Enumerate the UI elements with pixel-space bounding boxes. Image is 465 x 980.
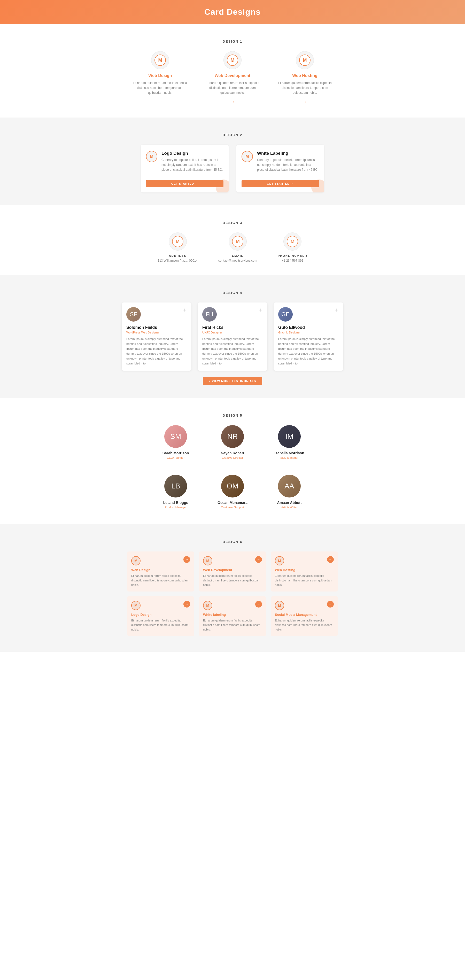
- design2-card: M White Labeling Contrary to popular bel…: [236, 145, 324, 193]
- design3-card: M ADDRESS 113 Williamson Plaza, 09014: [158, 232, 197, 262]
- design1-cards: M Web Design Et harum quidem rerum facil…: [78, 51, 387, 105]
- design6-card: M → Social Media Management Et harum qui…: [271, 596, 338, 636]
- d4-card-body: Guto Ellwood Graphic Designer Lorem Ipsu…: [274, 321, 343, 371]
- d6-icon-symbol: M: [134, 559, 137, 563]
- d6-arrow-button[interactable]: →: [183, 601, 190, 608]
- d6-icon: M: [203, 556, 212, 565]
- d6-card-description: Et harum quidem rerum facilis expedita d…: [131, 618, 190, 632]
- design3-cards: M ADDRESS 113 Williamson Plaza, 09014 M …: [78, 232, 387, 262]
- get-started-button[interactable]: GET STARTED →: [242, 180, 319, 187]
- d6-card-top: M →: [275, 601, 334, 610]
- design4-label: DESIGN 4: [0, 291, 465, 295]
- d2-card-top: M Logo Design Contrary to popular belief…: [146, 151, 223, 173]
- d6-icon: M: [131, 601, 140, 610]
- d6-icon: M: [131, 556, 140, 565]
- d4-card-name: Solomon Fields: [126, 325, 187, 330]
- d6-icon-symbol: M: [278, 603, 281, 608]
- design5-section: DESIGN 5 SM Sarah Morrison CEO/Founder N…: [0, 398, 465, 524]
- d4-badge-icon: ✦: [258, 307, 263, 313]
- design2-cards: M Logo Design Contrary to popular belief…: [78, 145, 387, 193]
- design5-card: OM Ocean Mcnamara Customer Support: [212, 475, 253, 509]
- page-title: Card Designs: [5, 7, 460, 17]
- d3-card-label: ADDRESS: [158, 254, 197, 257]
- d6-arrow-icon: →: [185, 558, 188, 561]
- d4-card-role: UI/UX Designer: [202, 331, 263, 334]
- d2-card-description: Contrary to popular belief, Lorem Ipsum …: [257, 158, 319, 173]
- d6-arrow-icon: →: [329, 558, 332, 561]
- d6-card-title: Web Design: [131, 568, 190, 572]
- design2-section: DESIGN 2 M Logo Design Contrary to popul…: [0, 118, 465, 205]
- d1-icon: M: [151, 51, 169, 69]
- d6-icon-symbol: M: [206, 559, 209, 563]
- d5-avatar: IM: [278, 425, 301, 448]
- d1-icon: M: [296, 51, 314, 69]
- d3-card-value: contact@mobitservices.com: [218, 259, 257, 262]
- d5-member-name: Leland Bloggs: [155, 501, 196, 505]
- d1-card-title: Web Hosting: [276, 73, 333, 78]
- design3-card: M PHONE NUMBER +1 234 567 891: [278, 232, 307, 262]
- design6-card: M → Web Hosting Et harum quidem rerum fa…: [271, 552, 338, 592]
- design4-cards: SF ✦ Solomon Fields WordPress-Web Design…: [78, 302, 387, 371]
- d6-arrow-icon: →: [185, 602, 188, 606]
- d6-arrow-button[interactable]: →: [255, 556, 262, 563]
- d6-card-title: White labeling: [203, 613, 262, 617]
- d6-arrow-button[interactable]: →: [327, 601, 334, 608]
- design5-card: IM Isabella Morrison SEO Manager: [269, 425, 310, 459]
- design6-card: M → Logo Design Et harum quidem rerum fa…: [127, 596, 194, 636]
- d2-icon: M: [242, 151, 253, 162]
- d1-arrow-icon[interactable]: →: [204, 99, 261, 105]
- design6-cards: M → Web Design Et harum quidem rerum fac…: [116, 552, 349, 636]
- d1-card-description: Et harum quidem rerum facilis expedita d…: [132, 81, 189, 95]
- design4-card: GE ✦ Guto Ellwood Graphic Designer Lorem…: [274, 302, 343, 371]
- design5-cards: SM Sarah Morrison CEO/Founder NR Nayan R…: [129, 425, 336, 509]
- design5-card: SM Sarah Morrison CEO/Founder: [155, 425, 196, 459]
- d3-icon-symbol: M: [291, 239, 295, 244]
- d4-avatar: SF: [126, 307, 141, 321]
- design1-label: DESIGN 1: [0, 40, 465, 43]
- d6-icon-symbol: M: [278, 559, 281, 563]
- view-more-button[interactable]: » VIEW MORE TESTIMONIALS: [203, 377, 262, 385]
- d2-icon: M: [146, 151, 157, 162]
- d4-card-top: GE ✦: [274, 302, 343, 321]
- d6-card-title: Logo Design: [131, 613, 190, 617]
- d6-icon-symbol: M: [134, 603, 137, 608]
- d1-card-description: Et harum quidem rerum facilis expedita d…: [204, 81, 261, 95]
- d1-card-title: Web Development: [204, 73, 261, 78]
- page-header: Card Designs: [0, 0, 465, 24]
- design3-section: DESIGN 3 M ADDRESS 113 Williamson Plaza,…: [0, 205, 465, 275]
- d4-card-role: WordPress-Web Designer: [126, 331, 187, 334]
- d6-arrow-button[interactable]: →: [183, 556, 190, 563]
- d1-arrow-icon[interactable]: →: [276, 99, 333, 105]
- d6-card-description: Et harum quidem rerum facilis expedita d…: [203, 618, 262, 632]
- d3-card-value: +1 234 567 891: [278, 259, 307, 262]
- d1-icon-symbol: M: [303, 57, 307, 63]
- d4-card-top: SF ✦: [122, 302, 191, 321]
- d1-card-title: Web Design: [132, 73, 189, 78]
- d4-card-body: Firat Hicks UI/UX Designer Lorem Ipsum i…: [197, 321, 268, 371]
- d4-card-body: Solomon Fields WordPress-Web Designer Lo…: [122, 321, 191, 371]
- d6-arrow-button[interactable]: →: [255, 601, 262, 608]
- design6-card: M → Web Design Et harum quidem rerum fac…: [127, 552, 194, 592]
- d5-member-name: Isabella Morrison: [269, 451, 310, 455]
- d4-card-top: FH ✦: [197, 302, 268, 321]
- d5-member-name: Ocean Mcnamara: [212, 501, 253, 505]
- d5-member-role: Creative Director: [212, 456, 253, 459]
- d4-card-role: Graphic Designer: [278, 331, 339, 334]
- d6-card-top: M →: [131, 601, 190, 610]
- design6-label: DESIGN 6: [0, 540, 465, 544]
- d6-arrow-button[interactable]: →: [327, 556, 334, 563]
- d5-member-name: Amaan Abbott: [269, 501, 310, 505]
- d2-card-top: M White Labeling Contrary to popular bel…: [242, 151, 319, 173]
- d4-card-name: Guto Ellwood: [278, 325, 339, 330]
- d3-card-label: PHONE NUMBER: [278, 254, 307, 257]
- d1-arrow-icon[interactable]: →: [132, 99, 189, 105]
- design1-card: M Web Development Et harum quidem rerum …: [204, 51, 261, 105]
- d4-card-description: Lorem Ipsum is simply dummied text of th…: [126, 337, 187, 366]
- d3-icon: M: [229, 232, 247, 251]
- d6-card-title: Social Media Management: [275, 613, 334, 617]
- design4-section: DESIGN 4 SF ✦ Solomon Fields WordPress-W…: [0, 275, 465, 398]
- d5-member-role: Product Manager: [155, 506, 196, 509]
- d4-card-description: Lorem Ipsum is simply dummied text of th…: [278, 337, 339, 366]
- get-started-button[interactable]: GET STARTED →: [146, 180, 223, 187]
- d6-card-title: Web Development: [203, 568, 262, 572]
